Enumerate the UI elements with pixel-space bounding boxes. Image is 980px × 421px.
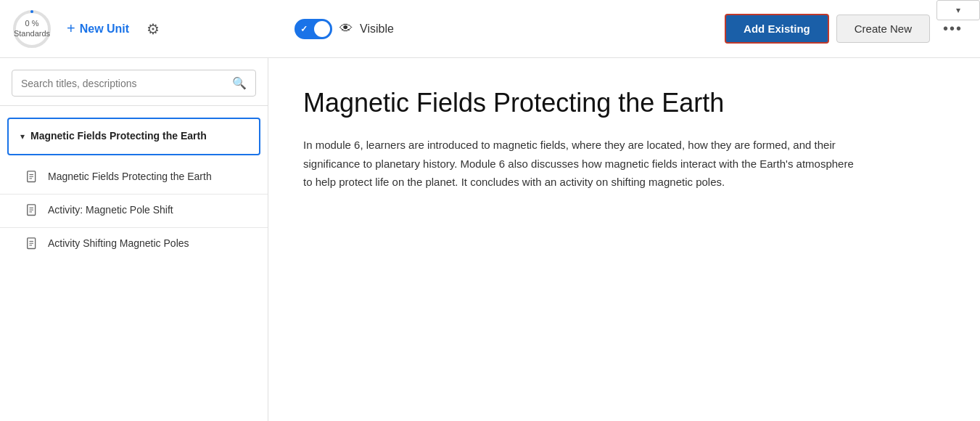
list-item[interactable]: Magnetic Fields Protecting the Earth bbox=[0, 161, 268, 195]
chevron-down-icon: ▾ bbox=[20, 131, 25, 142]
lesson-title: Activity Shifting Magnetic Poles bbox=[48, 237, 189, 251]
search-icon: 🔍 bbox=[232, 76, 247, 90]
toggle-knob bbox=[314, 21, 330, 37]
unit-title: Magnetic Fields Protecting the Earth bbox=[30, 129, 207, 144]
lesson-title: Activity: Magnetic Pole Shift bbox=[48, 203, 173, 218]
list-item[interactable]: Activity: Magnetic Pole Shift bbox=[0, 195, 268, 228]
lesson-title: Magnetic Fields Protecting the Earth bbox=[48, 170, 212, 184]
header-right: Add Existing Create New ••• bbox=[725, 14, 968, 44]
toggle-check-icon: ✓ bbox=[300, 24, 308, 34]
visibility-toggle[interactable]: ✓ bbox=[295, 19, 332, 39]
standards-text: 0 % Standards bbox=[14, 19, 50, 38]
list-item[interactable]: Activity Shifting Magnetic Poles bbox=[0, 228, 268, 261]
eye-icon: 👁 bbox=[339, 21, 353, 36]
header-middle: ✓ 👁 Visible bbox=[280, 19, 725, 39]
new-unit-button[interactable]: + New Unit bbox=[67, 20, 129, 37]
settings-button[interactable]: ⚙ bbox=[144, 17, 162, 41]
header-left: 0 % Standards + New Unit ⚙ bbox=[12, 9, 280, 49]
dropdown-arrow-icon: ▾ bbox=[956, 5, 960, 15]
more-options-button[interactable]: ••• bbox=[937, 17, 968, 40]
document-icon bbox=[26, 171, 39, 185]
detail-panel: Magnetic Fields Protecting the Earth In … bbox=[268, 58, 980, 421]
search-wrapper: 🔍 bbox=[12, 70, 256, 97]
create-new-button[interactable]: Create New bbox=[836, 15, 930, 43]
search-input[interactable] bbox=[21, 78, 232, 89]
top-dropdown[interactable]: ▾ bbox=[936, 0, 980, 20]
plus-icon: + bbox=[67, 20, 75, 37]
gear-icon: ⚙ bbox=[147, 21, 160, 37]
document-icon bbox=[26, 204, 39, 218]
sidebar-list: ▾ Magnetic Fields Protecting the Earth M… bbox=[0, 106, 268, 421]
main-content: 🔍 ▾ Magnetic Fields Protecting the Earth… bbox=[0, 58, 980, 421]
standards-circle: 0 % Standards bbox=[12, 9, 52, 49]
visible-label: Visible bbox=[360, 23, 394, 36]
add-existing-button[interactable]: Add Existing bbox=[725, 14, 829, 44]
visibility-toggle-container: ✓ 👁 Visible bbox=[295, 19, 394, 39]
sidebar: 🔍 ▾ Magnetic Fields Protecting the Earth… bbox=[0, 58, 268, 421]
new-unit-label: New Unit bbox=[80, 23, 129, 36]
detail-description: In module 6, learners are introduced to … bbox=[303, 136, 855, 192]
document-icon bbox=[26, 237, 39, 252]
unit-item[interactable]: ▾ Magnetic Fields Protecting the Earth bbox=[7, 118, 260, 155]
header: 0 % Standards + New Unit ⚙ ✓ 👁 Visible A… bbox=[0, 0, 980, 58]
detail-title: Magnetic Fields Protecting the Earth bbox=[303, 87, 945, 118]
search-container: 🔍 bbox=[0, 58, 268, 106]
